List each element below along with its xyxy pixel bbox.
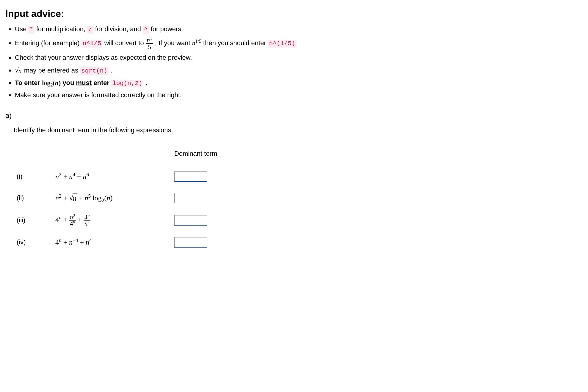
text: will convert to (104, 39, 146, 47)
code-caret: ^ (143, 26, 149, 34)
text: . If you want (155, 39, 192, 47)
expression-ii: n2 + √n + n5 log2(n) (52, 187, 171, 209)
table-row: (iii) 4n + n2 4n + 4n n2 (14, 209, 220, 232)
text: for division, and (95, 25, 143, 33)
text: . (110, 67, 112, 74)
text: . (145, 79, 147, 86)
advice-item-preview: Check that your answer displays as expec… (15, 53, 583, 62)
part-a-label: a) (5, 111, 583, 121)
fraction-n1-over-5: n1 5 (146, 37, 153, 50)
roman-numeral: (iii) (14, 209, 52, 232)
roman-numeral: (i) (14, 166, 52, 187)
code-star: * (28, 26, 35, 34)
advice-item-log: To enter log2(n) you must enter log(n,2)… (15, 78, 583, 88)
text: you (62, 79, 76, 86)
math-log2-n: log2(n) (42, 79, 61, 86)
advice-item-sqrt: √n may be entered as sqrt(n) . (15, 65, 583, 75)
part-a-prompt: Identify the dominant term in the follow… (14, 126, 583, 135)
dominant-term-input-ii[interactable] (174, 193, 207, 203)
dominant-term-input-iii[interactable] (174, 215, 207, 226)
math-n-1-5: n1/5 (192, 39, 201, 47)
text: for multiplication, (36, 25, 87, 33)
advice-list: Use * for multiplication, / for division… (5, 25, 583, 100)
math-sqrt-n: √n (15, 65, 22, 75)
text: Entering (for example) (15, 39, 81, 47)
table-row: (i) n2 + n4 + n6 (14, 166, 220, 187)
advice-item-format: Make sure your answer is formatted corre… (15, 91, 583, 100)
code-log-n-2: log(n,2) (111, 80, 143, 87)
dominant-term-input-i[interactable] (174, 171, 207, 182)
code-n-1-5: n^1/5 (81, 40, 103, 48)
text: To enter (15, 79, 42, 86)
advice-item-power-fraction: Entering (for example) n^1/5 will conver… (15, 37, 583, 50)
text-must: must (76, 79, 92, 86)
text: then you should enter (203, 39, 268, 47)
expression-i: n2 + n4 + n6 (52, 166, 171, 187)
roman-numeral: (iv) (14, 232, 52, 253)
text: enter (93, 79, 111, 86)
text: for powers. (151, 25, 183, 33)
advice-item-operators: Use * for multiplication, / for division… (15, 25, 583, 34)
code-sqrt-n: sqrt(n) (80, 67, 109, 75)
expression-iv: 4n + n−4 + n4 (52, 232, 171, 253)
table-row: (iv) 4n + n−4 + n4 (14, 232, 220, 253)
code-n-paren-1-5: n^(1/5) (268, 40, 297, 48)
code-slash: / (87, 26, 93, 34)
expressions-table: Dominant term (i) n2 + n4 + n6 (ii) n2 +… (14, 144, 220, 253)
text: may be entered as (24, 67, 80, 74)
dominant-term-input-iv[interactable] (174, 237, 207, 248)
expression-iii: 4n + n2 4n + 4n n2 (52, 209, 171, 232)
table-row: (ii) n2 + √n + n5 log2(n) (14, 187, 220, 209)
dominant-term-header: Dominant term (174, 149, 217, 158)
text: Use (15, 25, 28, 33)
roman-numeral: (ii) (14, 187, 52, 209)
input-advice-heading: Input advice: (5, 7, 583, 21)
